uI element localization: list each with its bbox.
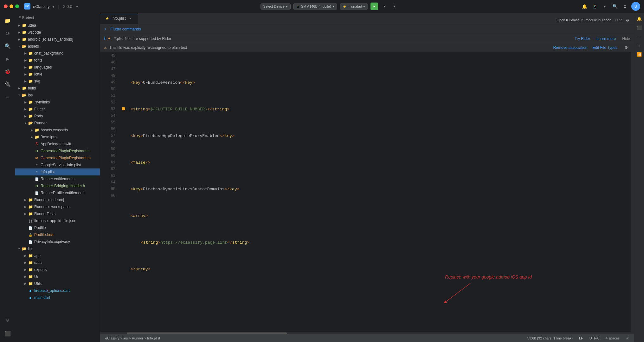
sidebar-item-android[interactable]: ▶ 📁 android [eclassify_android]	[15, 36, 100, 43]
sidebar-item-firebase-json[interactable]: ▶ { } firebase_app_id_file.json	[15, 217, 100, 224]
code-editor[interactable]: 45 46 47 48 49 50 51 52 53 54 55 56 57 5…	[100, 52, 634, 332]
folder-icon: 📁	[28, 58, 33, 63]
sidebar-item-ios[interactable]: ▾ 📂 ios	[15, 92, 100, 99]
right-vcs-icon[interactable]: ⬆	[635, 42, 643, 49]
line-ending[interactable]: LF	[578, 336, 584, 340]
sidebar-item-app[interactable]: ▶ 📁 app	[15, 252, 100, 259]
settings-icon[interactable]: ⚙	[621, 3, 629, 10]
edit-file-types-button[interactable]: Edit File Types	[593, 45, 617, 50]
device-selector[interactable]: Select Device ▾	[261, 3, 291, 10]
sidebar-item-infoplist[interactable]: ▶ ≡ Info.plist	[15, 168, 100, 175]
sidebar-item-runner[interactable]: ▾ 📂 Runner	[15, 120, 100, 127]
line-numbers: 45 46 47 48 49 50 51 52 53 54 55 56 57 5…	[105, 52, 120, 332]
sidebar-item-ui[interactable]: ▶ 📁 Ui	[15, 273, 100, 280]
sidebar-item-chat-background[interactable]: ▶ 📁 chat_background	[15, 50, 100, 57]
sidebar-item-utils[interactable]: ▶ 📁 Utils	[15, 280, 100, 287]
remove-association-button[interactable]: Remove association	[553, 45, 587, 50]
code-scroll-area[interactable]: 45 46 47 48 49 50 51 52 53 54 55 56 57 5…	[105, 52, 631, 332]
sidebar-item-exports[interactable]: ▶ 📁 exports	[15, 266, 100, 273]
folder-icon: 📁	[28, 211, 33, 216]
sidebar-item-firebase-options[interactable]: ▶ ◆ firebase_options.dart	[15, 287, 100, 294]
entry-point-selector[interactable]: ⚡ main.dart ▾	[340, 3, 368, 10]
close-button[interactable]	[4, 4, 8, 8]
sidebar-item-lottie[interactable]: ▶ 📁 lottie	[15, 71, 100, 78]
vertical-scrollbar[interactable]	[631, 52, 634, 332]
sidebar-item-build[interactable]: ▶ 📁 build	[15, 85, 100, 92]
activity-more-icon[interactable]: ⋯	[2, 91, 13, 103]
tab-file-icon: ⚡	[105, 17, 109, 20]
device-name-selector[interactable]: 📱 SM A146B (mobile) ▾	[293, 3, 337, 10]
sidebar-item-assets[interactable]: ▾ 📂 assets	[15, 43, 100, 50]
breadcrumb[interactable]: eClassify > ios > Runner > Info.plist	[104, 336, 161, 340]
activity-debug-icon[interactable]: 🐞	[2, 66, 13, 77]
horizontal-scrollbar[interactable]	[100, 332, 634, 334]
minimize-button[interactable]	[10, 4, 13, 8]
debug-button[interactable]: ⚡	[381, 3, 388, 10]
code-content[interactable]: <key>CFBundleVersion</key> <string>$(FLU…	[127, 52, 631, 332]
sidebar-item-assets-xcassets[interactable]: ▶ 📁 Assets.xcassets	[15, 127, 100, 134]
right-layers-icon[interactable]: ⬛	[635, 24, 643, 32]
search-icon[interactable]: 🔍	[611, 3, 619, 10]
avatar[interactable]: U	[631, 2, 640, 11]
sidebar-item-svg[interactable]: ▶ 📁 svg	[15, 78, 100, 85]
tab-infoplist[interactable]: ⚡ Info.plist ✕	[100, 13, 138, 24]
flutter-commands-button[interactable]: Flutter commands	[108, 26, 143, 33]
sidebar-item-fonts[interactable]: ▶ 📁 fonts	[15, 57, 100, 64]
sidebar-item-runner-xcworkspace[interactable]: ▶ 📁 Runner.xcworkspace	[15, 203, 100, 210]
phone-icon[interactable]: 📱	[591, 3, 598, 10]
dismiss-button[interactable]: Hide	[622, 36, 630, 41]
folder-icon: 📁	[22, 30, 27, 35]
settings-tab-icon[interactable]: ⚙	[624, 16, 631, 24]
sidebar-item-runner-bridging[interactable]: ▶ H Runner-Bridging-Header.h	[15, 182, 100, 189]
file-icon: 📄	[28, 239, 33, 244]
sidebar-item-flutter[interactable]: ▶ 📁 Flutter	[15, 106, 100, 113]
sidebar-item-runner-xcodeproj[interactable]: ▶ 📁 Runner.xcodeproj	[15, 196, 100, 203]
activity-run-icon[interactable]: ▶	[2, 53, 13, 65]
learn-more-link[interactable]: Learn more	[596, 36, 616, 41]
sidebar-content[interactable]: ▶ 📁 .idea ▶ 📁 .vscode ▶ 📁 android [eclas…	[15, 22, 100, 342]
right-notifications-icon[interactable]: 🔔	[635, 15, 643, 23]
more-options-button[interactable]: ⋮	[391, 3, 398, 10]
sidebar-item-idea[interactable]: ▶ 📁 .idea	[15, 22, 100, 29]
activity-plugins-icon[interactable]: 🔌	[2, 79, 13, 90]
lightning-icon[interactable]: ⚡	[601, 3, 609, 10]
expand-icon[interactable]: ⤢	[625, 336, 630, 340]
activity-terminal-icon[interactable]: ⬛	[2, 328, 13, 339]
sidebar-item-symlinks[interactable]: ▶ 📁 .symlinks	[15, 99, 100, 106]
sidebar-item-privacyinfo[interactable]: ▶ 📄 PrivacyInfo.xcprivacy	[15, 238, 100, 245]
sidebar-item-generated-plugin-h[interactable]: ▶ H GeneratedPluginRegistrant.h	[15, 148, 100, 155]
open-xcode-link[interactable]: Open iOS/macOS module in Xcode	[557, 18, 611, 22]
notifications-icon[interactable]: 🔔	[581, 3, 588, 10]
sidebar-item-base-lproj[interactable]: ▶ 📁 Base.lproj	[15, 134, 100, 141]
sidebar-item-runner-entitlements[interactable]: ▶ 📄 Runner.entitlements	[15, 175, 100, 182]
sidebar-item-podfile-lock[interactable]: ▶ 🔒 Podfile.lock	[15, 231, 100, 238]
warning-settings-icon[interactable]: ⚙	[622, 44, 630, 51]
activity-vcs-icon[interactable]: 🔍	[2, 41, 13, 52]
sidebar-item-appdelegate[interactable]: ▶ S AppDelegate.swift	[15, 141, 100, 148]
sidebar-item-runner-profile-entitlements[interactable]: ▶ 📄 RunnerProfile.entitlements	[15, 189, 100, 196]
activity-files-icon[interactable]: 📁	[2, 15, 13, 27]
sidebar-item-runnertests[interactable]: ▶ 📁 RunnerTests	[15, 210, 100, 217]
right-wifi-icon[interactable]: 📶	[635, 51, 643, 58]
sidebar-item-main-dart[interactable]: ▶ ◆ main.dart	[15, 294, 100, 301]
try-rider-button[interactable]: Try Rider	[575, 36, 590, 41]
sidebar-item-vscode[interactable]: ▶ 📁 .vscode	[15, 29, 100, 36]
indent-setting[interactable]: 4 spaces	[604, 336, 621, 340]
maximize-button[interactable]	[15, 4, 19, 8]
encoding[interactable]: UTF-8	[588, 336, 601, 340]
sidebar-item-lib[interactable]: ▾ 📂 lib	[15, 245, 100, 252]
cursor-position[interactable]: 53:60 (92 chars, 1 line break)	[526, 336, 574, 340]
sidebar-item-generated-plugin-m[interactable]: ▶ M GeneratedPluginRegistrant.m	[15, 155, 100, 161]
activity-search-icon[interactable]: ⟳	[2, 28, 13, 39]
run-button[interactable]	[370, 3, 378, 10]
sidebar-header[interactable]: ▾ Project	[15, 13, 100, 22]
sidebar-item-podfile[interactable]: ▶ 📄 Podfile	[15, 224, 100, 231]
activity-git-icon[interactable]: ⑂	[2, 315, 13, 327]
sidebar-item-googleservice[interactable]: ▶ ≡ GoogleService-Info.plist	[15, 161, 100, 168]
sidebar-item-languages[interactable]: ▶ 📁 languages	[15, 64, 100, 71]
sidebar-item-data[interactable]: ▶ 📁 data	[15, 259, 100, 266]
tab-close-button[interactable]: ✕	[128, 16, 133, 21]
sidebar-item-pods[interactable]: ▶ 📁 Pods	[15, 113, 100, 120]
right-arrow-icon[interactable]: →	[635, 33, 643, 41]
hide-button[interactable]: Hide	[615, 18, 622, 22]
